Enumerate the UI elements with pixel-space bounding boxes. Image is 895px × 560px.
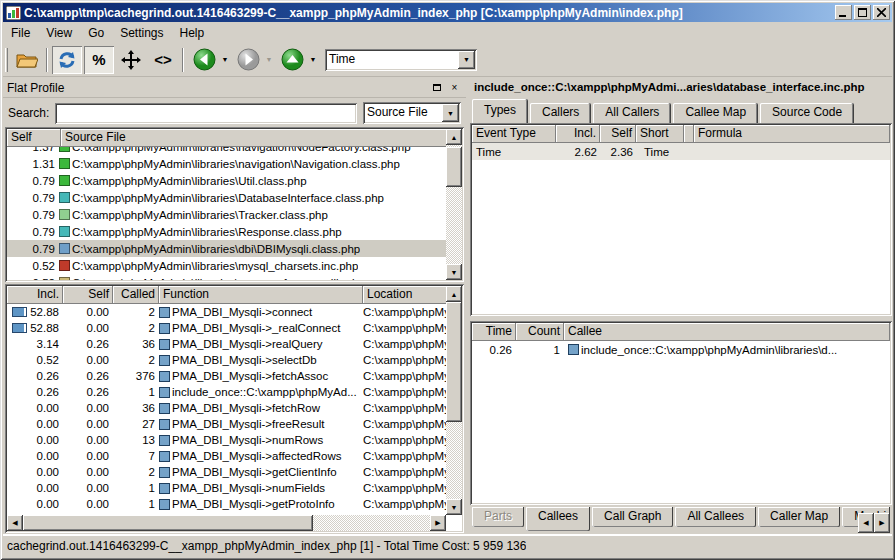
tab-source-code[interactable]: Source Code (760, 103, 854, 123)
search-input[interactable] (55, 103, 357, 124)
maximize-button[interactable] (854, 5, 871, 20)
table-row[interactable]: 1.37C:\xampp\phpMyAdmin\libraries\naviga… (7, 147, 446, 155)
table-row[interactable]: 3.140.2636PMA_DBI_Mysqli->realQueryC:\xa… (7, 336, 446, 352)
table-row[interactable]: 0.000.001PMA_DBI_Mysqli->numFieldsC:\xam… (7, 480, 446, 496)
function-table-hscrollbar[interactable]: ◀ ▶ (7, 515, 446, 531)
column-header-self[interactable]: Self (63, 286, 113, 304)
column-header-count[interactable]: Count (516, 323, 564, 341)
menu-file[interactable]: File (3, 24, 38, 42)
table-row[interactable]: 0.000.0036PMA_DBI_Mysqli->fetchRowC:\xam… (7, 400, 446, 416)
function-table-vscrollbar[interactable]: ▲ ▼ (446, 286, 462, 515)
column-header-blank[interactable] (684, 125, 694, 143)
column-header-incl[interactable]: Incl. (7, 286, 63, 304)
cycle-detection-button[interactable] (52, 46, 82, 74)
table-row[interactable]: Time 2.62 2.36 Time (472, 143, 890, 160)
tab-all-callees[interactable]: All Callees (675, 507, 756, 527)
table-row[interactable]: 0.000.0013PMA_DBI_Mysqli->numRowsC:\xamp… (7, 432, 446, 448)
close-button[interactable] (873, 5, 890, 20)
column-header-formula[interactable]: Formula (694, 125, 890, 143)
table-row[interactable]: 0.52C:\xampp\phpMyAdmin\libraries\user_p… (7, 274, 446, 280)
scroll-down-icon[interactable]: ▼ (446, 264, 462, 280)
menu-go[interactable]: Go (80, 24, 112, 42)
column-header-incl[interactable]: Incl. (556, 125, 600, 143)
tab-call-graph[interactable]: Call Graph (592, 507, 673, 527)
scroll-up-icon[interactable]: ▲ (446, 286, 462, 302)
table-row[interactable]: 0.520.002PMA_DBI_Mysqli->selectDbC:\xamp… (7, 352, 446, 368)
tab-scroll-left-icon[interactable]: ◀ (858, 513, 874, 533)
forward-button[interactable] (233, 46, 263, 74)
table-row[interactable]: 52.880.002PMA_DBI_Mysqli->_realConnectC:… (7, 320, 446, 336)
self-cell: 0.79 (7, 209, 59, 221)
event-type-cell: Time (472, 146, 556, 158)
tab-types[interactable]: Types (472, 99, 528, 123)
dock-title-bar[interactable]: Flat Profile × (3, 78, 466, 98)
column-header-short[interactable]: Short (636, 125, 684, 143)
table-row[interactable]: 52.880.002PMA_DBI_Mysqli->connectC:\xamp… (7, 304, 446, 320)
menu-view[interactable]: View (38, 24, 80, 42)
minimize-button[interactable] (835, 5, 852, 20)
move-button[interactable] (116, 46, 146, 74)
scroll-right-icon[interactable]: ▶ (430, 515, 446, 531)
column-header-self[interactable]: Self (7, 129, 61, 147)
scroll-thumb[interactable] (446, 147, 462, 187)
table-row[interactable]: 0.000.0027PMA_DBI_Mysqli->freeResultC:\x… (7, 416, 446, 432)
tab-all-callers[interactable]: All Callers (593, 103, 671, 123)
tab-callers[interactable]: Callers (530, 103, 591, 123)
column-header-time[interactable]: Time (472, 323, 516, 341)
title-bar[interactable]: C:\xampp\tmp\cachegrind.out.1416463299-C… (3, 3, 892, 22)
relative-cost-button[interactable]: % (84, 46, 114, 74)
menu-settings[interactable]: Settings (112, 24, 171, 42)
scroll-thumb[interactable] (23, 515, 313, 531)
column-header-self[interactable]: Self (600, 125, 636, 143)
tab-caller-map[interactable]: Caller Map (758, 507, 840, 527)
forward-dropdown-arrow[interactable]: ▼ (264, 46, 274, 74)
up-button[interactable] (277, 46, 307, 74)
table-row[interactable]: 0.79C:\xampp\phpMyAdmin\libraries\Util.c… (7, 172, 446, 189)
table-row[interactable]: 0.000.001PMA_DBI_Mysqli->getProtoInfoC:\… (7, 496, 446, 512)
back-button[interactable] (189, 46, 219, 74)
called-cell: 7 (113, 450, 159, 462)
table-row[interactable]: 0.260.261include_once::C:\xampp\phpMyAd.… (7, 384, 446, 400)
location-cell: C:\xampp\phpMy... (363, 354, 446, 366)
scroll-down-icon[interactable]: ▼ (446, 499, 462, 515)
source-color-icon (59, 175, 70, 186)
table-row[interactable]: 0.000.007PMA_DBI_Mysqli->affectedRowsC:\… (7, 448, 446, 464)
column-header-called[interactable]: Called (113, 286, 159, 304)
tab-callees[interactable]: Callees (526, 507, 590, 531)
expand-shorten-button[interactable]: <> (148, 46, 178, 74)
event-type-select[interactable]: Time ▼ (325, 49, 477, 71)
tab-parts[interactable]: Parts (472, 507, 524, 527)
incl-cell: 52.88 (7, 322, 63, 334)
table-row[interactable]: 0.79C:\xampp\phpMyAdmin\libraries\dbi\DB… (7, 240, 446, 257)
dock-float-button[interactable] (429, 81, 444, 95)
tab-scroll-right-icon[interactable]: ▶ (874, 513, 890, 533)
function-cell: PMA_DBI_Mysqli->getClientInfo (159, 466, 363, 478)
source-table-vscrollbar[interactable]: ▲ ▼ (446, 129, 462, 280)
table-row[interactable]: 0.52C:\xampp\phpMyAdmin\libraries\mysql_… (7, 257, 446, 274)
tab-callee-map[interactable]: Callee Map (673, 103, 758, 123)
scroll-thumb[interactable] (446, 302, 462, 422)
group-by-select[interactable]: Source File ▼ (363, 102, 461, 124)
column-header-source-file[interactable]: Source File (61, 129, 462, 147)
table-row[interactable]: 0.26 1 include_once::C:\xampp\phpMyAdmin… (472, 341, 890, 358)
combo-dropdown-icon[interactable]: ▼ (442, 104, 459, 122)
scroll-up-icon[interactable]: ▲ (446, 129, 462, 145)
table-row[interactable]: 0.79C:\xampp\phpMyAdmin\libraries\Respon… (7, 223, 446, 240)
function-cell: PMA_DBI_Mysqli->numRows (159, 434, 363, 446)
table-row[interactable]: 0.79C:\xampp\phpMyAdmin\libraries\Tracke… (7, 206, 446, 223)
combo-dropdown-icon[interactable]: ▼ (458, 51, 475, 69)
scroll-left-icon[interactable]: ◀ (7, 515, 23, 531)
table-row[interactable]: 0.79C:\xampp\phpMyAdmin\libraries\Databa… (7, 189, 446, 206)
table-row[interactable]: 1.31C:\xampp\phpMyAdmin\libraries\naviga… (7, 155, 446, 172)
toolbar-grip[interactable] (5, 48, 8, 72)
table-row[interactable]: 0.000.002PMA_DBI_Mysqli->getClientInfoC:… (7, 464, 446, 480)
up-dropdown-arrow[interactable]: ▼ (308, 46, 318, 74)
back-dropdown-arrow[interactable]: ▼ (220, 46, 230, 74)
table-row[interactable]: 0.260.26376PMA_DBI_Mysqli->fetchAssocC:\… (7, 368, 446, 384)
column-header-event-type[interactable]: Event Type (472, 125, 556, 143)
dock-close-button[interactable]: × (447, 81, 462, 95)
column-header-callee[interactable]: Callee (564, 323, 890, 341)
open-file-button[interactable] (12, 46, 42, 74)
menu-help[interactable]: Help (172, 24, 213, 42)
column-header-function[interactable]: Function (159, 286, 363, 304)
